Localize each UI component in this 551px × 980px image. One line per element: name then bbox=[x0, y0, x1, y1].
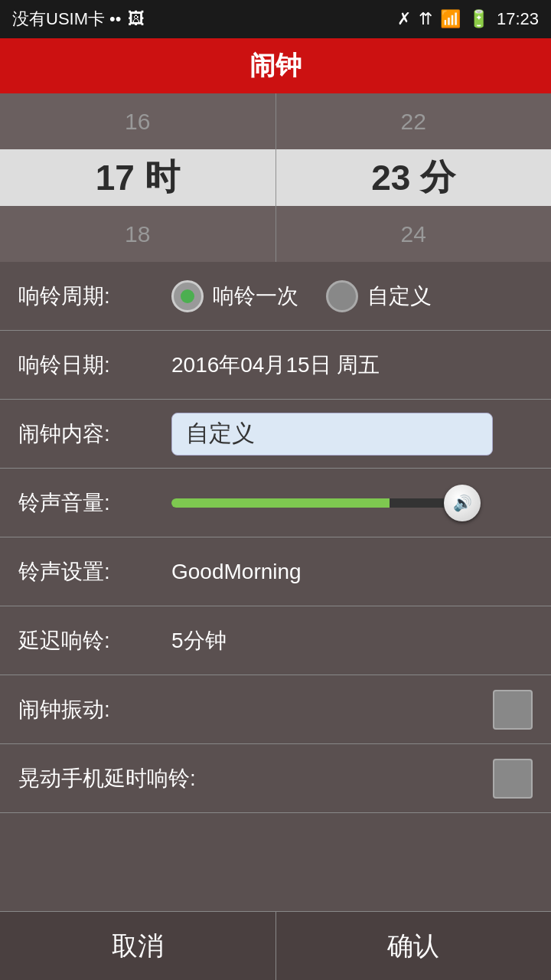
shake-label: 晃动手机延时响铃: bbox=[18, 764, 217, 793]
signal-icon: 📶 bbox=[440, 9, 461, 29]
title-bar: 闹钟 bbox=[0, 38, 551, 93]
volume-slider-thumb[interactable]: 🔊 bbox=[444, 485, 481, 521]
volume-label: 铃声音量: bbox=[18, 488, 164, 518]
volume-slider-fill bbox=[171, 498, 390, 508]
alarm-content-label: 闹钟内容: bbox=[18, 420, 164, 449]
shake-row: 晃动手机延时响铃: bbox=[0, 744, 551, 813]
speaker-icon: 🔊 bbox=[453, 494, 472, 512]
ring-cycle-label: 响铃周期: bbox=[18, 282, 164, 311]
carrier-text: 没有USIM卡 •• bbox=[12, 8, 122, 31]
ring-date-row: 响铃日期: 2016年04月15日 周五 bbox=[0, 331, 551, 400]
minute-picker[interactable]: 22 23 分 24 bbox=[276, 93, 552, 262]
ringtone-label: 铃声设置: bbox=[18, 557, 164, 586]
confirm-button[interactable]: 确认 bbox=[276, 912, 552, 980]
ring-date-label: 响铃日期: bbox=[18, 351, 164, 380]
alarm-content-input[interactable] bbox=[171, 413, 493, 456]
ring-cycle-options: 响铃一次 自定义 bbox=[171, 280, 432, 312]
ring-once-label: 响铃一次 bbox=[213, 282, 298, 311]
custom-cycle-option[interactable]: 自定义 bbox=[326, 280, 432, 312]
ring-once-option[interactable]: 响铃一次 bbox=[171, 280, 298, 312]
hour-picker[interactable]: 16 17 时 18 bbox=[0, 93, 276, 262]
minute-below: 24 bbox=[276, 206, 552, 262]
shake-checkbox[interactable] bbox=[493, 759, 533, 799]
custom-cycle-radio[interactable] bbox=[326, 280, 358, 312]
minute-above: 22 bbox=[276, 93, 552, 149]
settings-panel: 响铃周期: 响铃一次 自定义 响铃日期: 2016年04月15日 周五 闹钟内容… bbox=[0, 262, 551, 813]
volume-slider-track[interactable]: 🔊 bbox=[171, 498, 462, 508]
vibrate-checkbox[interactable] bbox=[493, 690, 533, 730]
hour-selected: 17 时 bbox=[0, 149, 276, 206]
battery-icon: 🔋 bbox=[468, 9, 489, 29]
ring-cycle-row: 响铃周期: 响铃一次 自定义 bbox=[0, 262, 551, 331]
status-carrier: 没有USIM卡 •• 🖼 bbox=[12, 8, 145, 31]
ring-date-value[interactable]: 2016年04月15日 周五 bbox=[171, 351, 380, 380]
ringtone-row: 铃声设置: GoodMorning bbox=[0, 537, 551, 606]
snooze-label: 延迟响铃: bbox=[18, 626, 164, 655]
vibrate-label: 闹钟振动: bbox=[18, 695, 164, 724]
minute-selected: 23 分 bbox=[276, 149, 552, 206]
volume-row: 铃声音量: 🔊 bbox=[0, 469, 551, 537]
vibrate-row: 闹钟振动: bbox=[0, 675, 551, 744]
snooze-value[interactable]: 5分钟 bbox=[171, 626, 227, 655]
hour-above: 16 bbox=[0, 93, 276, 149]
snooze-row: 延迟响铃: 5分钟 bbox=[0, 606, 551, 675]
photo-icon: 🖼 bbox=[128, 9, 145, 29]
cancel-button[interactable]: 取消 bbox=[0, 912, 276, 980]
volume-slider-container[interactable]: 🔊 bbox=[171, 486, 508, 520]
ringtone-value[interactable]: GoodMorning bbox=[171, 560, 302, 584]
status-icons: ✗ ⇈ 📶 🔋 17:23 bbox=[397, 9, 539, 29]
ring-once-indicator bbox=[181, 289, 194, 303]
time-picker[interactable]: 16 17 时 18 22 23 分 24 bbox=[0, 93, 551, 262]
time-display: 17:23 bbox=[497, 9, 539, 29]
ring-once-radio[interactable] bbox=[171, 280, 204, 312]
custom-cycle-label: 自定义 bbox=[367, 282, 432, 311]
bottom-bar: 取消 确认 bbox=[0, 911, 551, 980]
hour-below: 18 bbox=[0, 206, 276, 262]
bluetooth-icon: ✗ bbox=[397, 9, 411, 29]
status-bar: 没有USIM卡 •• 🖼 ✗ ⇈ 📶 🔋 17:23 bbox=[0, 0, 551, 38]
wifi-icon: ⇈ bbox=[419, 9, 432, 29]
page-title: 闹钟 bbox=[249, 48, 302, 83]
alarm-content-row: 闹钟内容: bbox=[0, 400, 551, 469]
